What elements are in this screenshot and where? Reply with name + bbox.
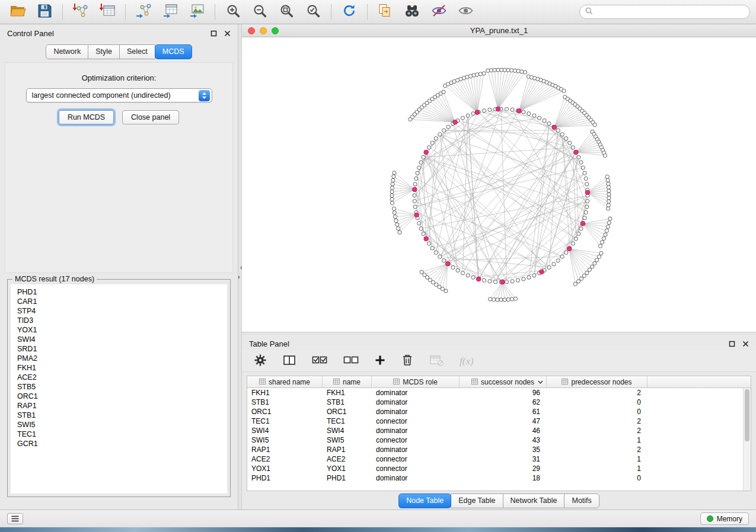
float-table-panel-button[interactable]	[729, 341, 735, 347]
float-control-panel-button[interactable]	[210, 30, 217, 37]
tab-network[interactable]: Network	[46, 44, 88, 59]
table-cell-filler	[647, 426, 743, 435]
binoculars-button[interactable]	[400, 2, 424, 22]
show-all-button[interactable]	[454, 2, 477, 22]
search-box[interactable]	[579, 5, 750, 19]
mcds-result-item[interactable]: YOX1	[11, 325, 227, 335]
tab-mcds[interactable]: MCDS	[155, 44, 192, 59]
table-row[interactable]: SWI5SWI5connector431	[247, 435, 743, 445]
criterion-dropdown[interactable]: largest connected component (undirected)	[26, 88, 212, 102]
mcds-result-item[interactable]: CAR1	[11, 297, 227, 306]
mcds-result-item[interactable]: STP4	[11, 306, 227, 316]
hide-selected-button[interactable]	[427, 2, 451, 22]
network-canvas[interactable]	[242, 37, 756, 332]
mcds-result-list[interactable]: PHD1CAR1STP4TID3YOX1SWI4SRD1PMA2FKH1ACE2…	[11, 284, 227, 493]
zoom-selected-button[interactable]	[301, 2, 325, 22]
column-header-name[interactable]: name	[323, 376, 372, 387]
column-header-predecessor-nodes[interactable]: predecessor nodes	[547, 376, 647, 387]
table-cell-name: STB1	[323, 398, 372, 407]
zoom-out-button[interactable]	[248, 2, 272, 22]
export-table-button[interactable]	[158, 2, 182, 22]
panel-menu-button[interactable]	[7, 513, 23, 524]
export-image-button[interactable]	[185, 2, 209, 22]
zoom-in-button[interactable]	[221, 2, 245, 22]
mcds-result-item[interactable]: STB5	[11, 382, 227, 392]
vertical-splitter[interactable]	[238, 24, 242, 509]
table-cell-name: PHD1	[323, 473, 372, 483]
run-mcds-button[interactable]: Run MCDS	[59, 110, 114, 124]
table-row[interactable]: FKH1FKH1dominator962	[247, 388, 743, 398]
column-header-shared-name[interactable]: shared name	[247, 376, 323, 387]
table-row[interactable]: RAP1RAP1dominator352	[247, 445, 743, 454]
search-input[interactable]	[596, 8, 744, 16]
table-row[interactable]: SWI4SWI4dominator462	[247, 426, 743, 435]
zoom-out-icon	[253, 4, 267, 21]
open-folder-button[interactable]	[6, 2, 30, 22]
splitter-grip-icon[interactable]	[238, 266, 242, 279]
network-view-window: YPA_prune.txt_1	[242, 24, 756, 332]
toolbar-separator	[62, 4, 63, 20]
close-table-panel-button[interactable]	[742, 341, 749, 347]
table-cell-mcds_role: connector	[372, 416, 460, 426]
chevron-down-icon[interactable]	[538, 380, 543, 384]
table-row[interactable]: STB1STB1dominator620	[247, 398, 743, 407]
mcds-result-item[interactable]: ORC1	[11, 392, 227, 401]
table-tab-network-table[interactable]: Network Table	[503, 493, 565, 508]
table-tabs: Node TableEdge TableNetwork TableMotifs	[242, 493, 756, 509]
add-column-button[interactable]	[375, 355, 385, 368]
table-row[interactable]: PHD1PHD1dominator180	[247, 473, 743, 483]
table-row[interactable]: YOX1YOX1connector291	[247, 464, 743, 473]
table-cell-predecessor_nodes: 1	[547, 464, 647, 473]
close-mcds-panel-button[interactable]: Close panel	[122, 110, 179, 124]
refresh-button[interactable]	[337, 2, 361, 22]
export-network-button[interactable]	[132, 2, 155, 22]
mcds-result-item[interactable]: PHD1	[11, 287, 227, 297]
table-tab-node-table[interactable]: Node Table	[398, 493, 451, 508]
maximize-window-button[interactable]	[272, 27, 279, 34]
table-tab-motifs[interactable]: Motifs	[564, 493, 599, 508]
table-scrollbar[interactable]	[743, 388, 751, 491]
column-header-successor-nodes[interactable]: successor nodes	[460, 376, 547, 387]
mcds-result-item[interactable]: ACE2	[11, 373, 227, 382]
mcds-result-item[interactable]: PMA2	[11, 354, 227, 363]
tab-style[interactable]: Style	[88, 44, 120, 59]
mcds-result-item[interactable]: SWI5	[11, 420, 227, 430]
select-all-columns-button[interactable]	[312, 355, 327, 368]
column-header-label: shared name	[269, 378, 310, 386]
table-body: FKH1FKH1dominator962STB1STB1dominator620…	[247, 388, 743, 491]
grid-small-icon	[333, 378, 340, 386]
table-cell-predecessor_nodes: 1	[547, 435, 647, 445]
table-row[interactable]: ACE2ACE2connector311	[247, 454, 743, 464]
mcds-result-item[interactable]: SWI4	[11, 335, 227, 344]
settings-gear-button[interactable]	[254, 354, 267, 369]
import-network-button[interactable]	[69, 2, 92, 22]
network-graph[interactable]	[242, 37, 755, 332]
table-row[interactable]: ORC1ORC1dominator610	[247, 407, 743, 416]
mcds-result-item[interactable]: FKH1	[11, 363, 227, 373]
memory-button[interactable]: Memory	[700, 512, 749, 525]
mcds-result-item[interactable]: RAP1	[11, 401, 227, 411]
table-tab-edge-table[interactable]: Edge Table	[451, 493, 503, 508]
minimize-window-button[interactable]	[260, 27, 267, 34]
zoom-fit-button[interactable]	[275, 2, 298, 22]
mcds-result-item[interactable]: SRD1	[11, 344, 227, 354]
close-control-panel-button[interactable]	[224, 30, 231, 37]
table-cell-successor_nodes: 62	[460, 398, 547, 407]
share-document-button[interactable]	[374, 2, 397, 22]
network-window-titlebar[interactable]: YPA_prune.txt_1	[242, 24, 756, 37]
mcds-result-item[interactable]: STB1	[11, 411, 227, 420]
delete-column-button[interactable]	[401, 354, 413, 368]
import-table-button[interactable]	[95, 2, 119, 22]
column-layout-button[interactable]	[283, 354, 296, 368]
tab-select[interactable]: Select	[119, 44, 155, 59]
column-header-mcds-role[interactable]: MCDS role	[372, 376, 460, 387]
table-cell-predecessor_nodes: 1	[547, 454, 647, 464]
table-row[interactable]: TEC1TEC1connector472	[247, 416, 743, 426]
mcds-result-item[interactable]: TID3	[11, 316, 227, 325]
unselect-all-columns-button[interactable]	[343, 355, 359, 368]
mcds-result-item[interactable]: TEC1	[11, 430, 227, 439]
scrollbar-thumb[interactable]	[745, 389, 749, 441]
mcds-result-item[interactable]: GCR1	[11, 439, 227, 448]
save-button[interactable]	[33, 2, 56, 22]
close-window-button[interactable]	[248, 27, 255, 34]
